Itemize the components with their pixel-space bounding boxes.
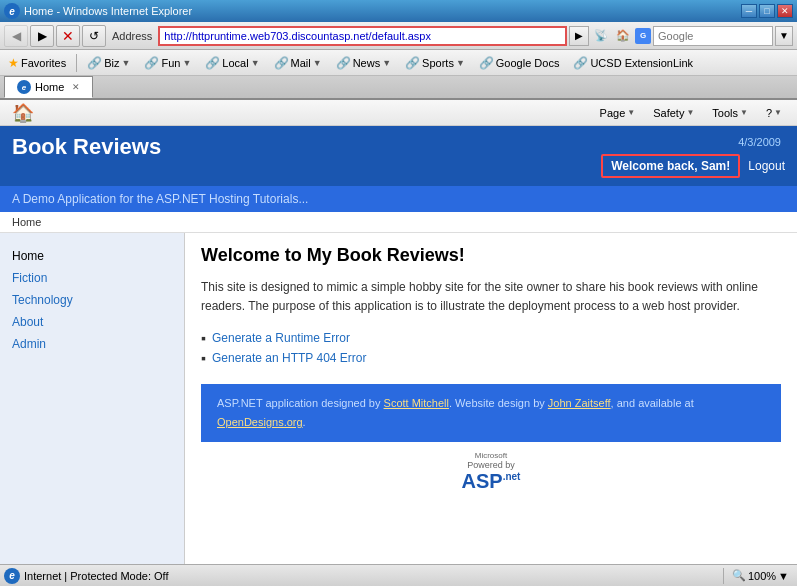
- link-icon-ucsd: 🔗: [573, 56, 588, 70]
- welcome-badge: Welcome back, Sam!: [601, 154, 740, 178]
- maximize-button[interactable]: □: [759, 4, 775, 18]
- toolbar-bar: ★ Favorites 🔗 Biz ▼ 🔗 Fun ▼ 🔗 Local ▼ 🔗 …: [0, 50, 797, 76]
- subtitle-text: A Demo Application for the ASP.NET Hosti…: [12, 192, 308, 206]
- stop-button[interactable]: ✕: [56, 25, 80, 47]
- fun-link[interactable]: 🔗 Fun ▼: [140, 54, 195, 72]
- forward-button[interactable]: ▶: [30, 25, 54, 47]
- sidebar-link-technology[interactable]: Technology: [12, 293, 73, 307]
- link-icon-sports: 🔗: [405, 56, 420, 70]
- link-icon-local: 🔗: [205, 56, 220, 70]
- sports-link[interactable]: 🔗 Sports ▼: [401, 54, 469, 72]
- status-right: 🔍 100% ▼: [723, 568, 793, 584]
- asp-logo: ASP.net: [201, 470, 781, 493]
- address-label: Address: [108, 30, 156, 42]
- link-icon-biz: 🔗: [87, 56, 102, 70]
- dropdown-arrow-local: ▼: [251, 58, 260, 68]
- breadcrumb: Home: [0, 212, 797, 233]
- search-engine-icon: G: [635, 28, 651, 44]
- sidebar-link-fiction[interactable]: Fiction: [12, 271, 47, 285]
- refresh-button[interactable]: ↺: [82, 25, 106, 47]
- google-docs-link[interactable]: 🔗 Google Docs: [475, 54, 564, 72]
- rss-button[interactable]: 📡: [591, 25, 611, 47]
- go-button[interactable]: ▶: [569, 26, 589, 46]
- sidebar-nav: Home Fiction Technology About Admin: [0, 241, 184, 359]
- safety-arrow: ▼: [686, 108, 694, 117]
- footer-designer-link[interactable]: John Zaitseff: [548, 397, 611, 409]
- sidebar-item-home[interactable]: Home: [0, 245, 184, 267]
- tab-close-home[interactable]: ✕: [72, 82, 80, 92]
- tab-icon-home: e: [17, 80, 31, 94]
- link-icon-news: 🔗: [336, 56, 351, 70]
- search-button[interactable]: ▼: [775, 26, 793, 46]
- site-title: Book Reviews: [12, 134, 161, 160]
- runtime-error-link[interactable]: Generate a Runtime Error: [212, 331, 350, 345]
- bullet-1: ▪: [201, 330, 206, 346]
- bullet-2: ▪: [201, 350, 206, 366]
- link-icon-google-docs: 🔗: [479, 56, 494, 70]
- back-button[interactable]: ◀: [4, 25, 28, 47]
- tools-menu[interactable]: Tools ▼: [705, 104, 755, 122]
- toolbar-separator: [76, 54, 77, 72]
- dropdown-arrow-sports: ▼: [456, 58, 465, 68]
- dropdown-arrow-mail: ▼: [313, 58, 322, 68]
- minimize-button[interactable]: ─: [741, 4, 757, 18]
- news-link[interactable]: 🔗 News ▼: [332, 54, 395, 72]
- status-left: e Internet | Protected Mode: Off: [4, 568, 169, 584]
- zoom-button[interactable]: 🔍 100% ▼: [728, 569, 793, 582]
- search-input[interactable]: [653, 26, 773, 46]
- biz-link[interactable]: 🔗 Biz ▼: [83, 54, 134, 72]
- dropdown-arrow-fun: ▼: [182, 58, 191, 68]
- sidebar-item-admin[interactable]: Admin: [0, 333, 184, 355]
- zoom-arrow: ▼: [778, 570, 789, 582]
- ie-icon: e: [4, 3, 20, 19]
- sidebar-link-admin[interactable]: Admin: [12, 337, 46, 351]
- page-menu[interactable]: Page ▼: [593, 104, 643, 122]
- status-sep1: [723, 568, 724, 584]
- sidebar-item-fiction[interactable]: Fiction: [0, 267, 184, 289]
- tab-label-home: Home: [35, 81, 64, 93]
- footer-site-link[interactable]: OpenDesigns.org: [217, 416, 303, 428]
- page-icon: 🏠: [12, 102, 34, 124]
- footer-text3: , and available at: [611, 397, 694, 409]
- footer-text4: .: [303, 416, 306, 428]
- sidebar-link-about[interactable]: About: [12, 315, 43, 329]
- address-input[interactable]: [158, 26, 567, 46]
- site-date: 4/3/2009: [738, 136, 785, 148]
- sidebar-item-technology[interactable]: Technology: [0, 289, 184, 311]
- content-links: ▪ Generate a Runtime Error ▪ Generate an…: [201, 328, 781, 368]
- tab-home[interactable]: e Home ✕: [4, 76, 93, 98]
- nav-bar: ◀ ▶ ✕ ↺ Address ▶ 📡 🏠 G ▼: [0, 22, 797, 50]
- star-icon: ★: [8, 56, 19, 70]
- header-right: Welcome back, Sam! Logout: [601, 154, 785, 178]
- main-layout: Home Fiction Technology About Admin Welc…: [0, 233, 797, 564]
- content-body: This site is designed to mimic a simple …: [201, 278, 781, 316]
- link-icon-fun: 🔗: [144, 56, 159, 70]
- status-bar: e Internet | Protected Mode: Off 🔍 100% …: [0, 564, 797, 586]
- sidebar-item-about[interactable]: About: [0, 311, 184, 333]
- status-zone: Internet | Protected Mode: Off: [24, 570, 169, 582]
- http-404-link[interactable]: Generate an HTTP 404 Error: [212, 351, 367, 365]
- footer-text2: . Website design by: [449, 397, 548, 409]
- help-button[interactable]: ? ▼: [759, 104, 789, 122]
- mail-link[interactable]: 🔗 Mail ▼: [270, 54, 326, 72]
- footer-author-link[interactable]: Scott Mitchell: [384, 397, 449, 409]
- powered-label: Microsoft Powered by: [201, 450, 781, 470]
- safety-menu[interactable]: Safety ▼: [646, 104, 701, 122]
- help-arrow: ▼: [774, 108, 782, 117]
- dropdown-arrow-news: ▼: [382, 58, 391, 68]
- ucsd-link[interactable]: 🔗 UCSD ExtensionLink: [569, 54, 697, 72]
- site-footer: ASP.NET application designed by Scott Mi…: [201, 384, 781, 441]
- close-button[interactable]: ✕: [777, 4, 793, 18]
- zoom-icon: 🔍: [732, 569, 746, 582]
- home-button[interactable]: 🏠: [613, 25, 633, 47]
- page-wrapper: Book Reviews 4/3/2009 Welcome back, Sam!…: [0, 126, 797, 564]
- command-bar: 🏠 Page ▼ Safety ▼ Tools ▼ ? ▼: [0, 100, 797, 126]
- logout-link[interactable]: Logout: [748, 159, 785, 173]
- link-item-404-error: ▪ Generate an HTTP 404 Error: [201, 348, 781, 368]
- subtitle-bar: A Demo Application for the ASP.NET Hosti…: [0, 186, 797, 212]
- local-link[interactable]: 🔗 Local ▼: [201, 54, 263, 72]
- content-title: Welcome to My Book Reviews!: [201, 245, 781, 266]
- zoom-level: 100%: [748, 570, 776, 582]
- favorites-button[interactable]: ★ Favorites: [4, 54, 70, 72]
- content-area: Welcome to My Book Reviews! This site is…: [185, 233, 797, 564]
